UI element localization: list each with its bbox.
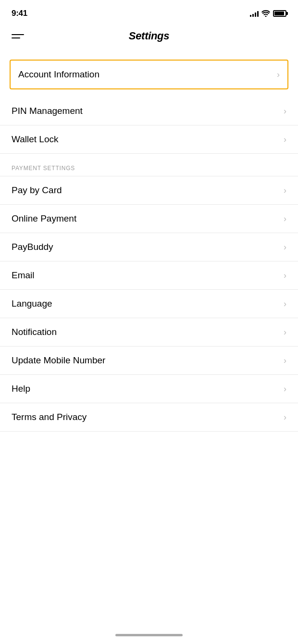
chevron-right-icon: › — [284, 135, 286, 145]
payment-item-label-3: Email — [12, 270, 35, 281]
payment-item-label-7: Help — [12, 384, 30, 394]
payment-settings-header: PAYMENT SETTINGS — [0, 154, 298, 176]
home-indicator — [115, 634, 183, 636]
menu-line-1 — [12, 34, 24, 35]
payment-item-label-5: Notification — [12, 327, 57, 337]
chevron-right-icon: › — [284, 214, 286, 224]
menu-line-2 — [12, 37, 20, 38]
payment-item-label-2: PayBuddy — [12, 242, 53, 252]
chevron-right-icon: › — [284, 242, 286, 252]
payment-item-7[interactable]: Help› — [0, 375, 298, 403]
status-icons — [250, 10, 286, 17]
signal-icon — [250, 10, 259, 17]
header: Settings — [0, 24, 298, 50]
chevron-right-icon: › — [284, 356, 286, 366]
status-bar: 9:41 — [0, 0, 298, 24]
payment-items-list: Pay by Card›Online Payment›PayBuddy›Emai… — [0, 176, 298, 432]
payment-item-6[interactable]: Update Mobile Number› — [0, 347, 298, 375]
payment-item-label-6: Update Mobile Number — [12, 355, 105, 366]
chevron-right-icon: › — [277, 70, 280, 80]
pin-management-item[interactable]: PIN Management › — [0, 97, 298, 125]
chevron-right-icon: › — [284, 412, 286, 422]
payment-item-5[interactable]: Notification› — [0, 318, 298, 347]
payment-item-label-0: Pay by Card — [12, 185, 62, 196]
chevron-right-icon: › — [284, 384, 286, 394]
account-information-label: Account Information — [18, 69, 99, 80]
wifi-icon — [261, 10, 270, 17]
chevron-right-icon: › — [284, 271, 286, 281]
payment-item-3[interactable]: Email› — [0, 261, 298, 290]
payment-item-1[interactable]: Online Payment› — [0, 205, 298, 233]
payment-item-2[interactable]: PayBuddy› — [0, 233, 298, 261]
chevron-right-icon: › — [284, 327, 286, 337]
payment-item-4[interactable]: Language› — [0, 290, 298, 318]
pin-management-label: PIN Management — [12, 106, 83, 116]
status-time: 9:41 — [12, 9, 27, 18]
payment-settings-header-label: PAYMENT SETTINGS — [12, 165, 75, 172]
chevron-right-icon: › — [284, 186, 286, 196]
chevron-right-icon: › — [284, 106, 286, 116]
payment-item-0[interactable]: Pay by Card› — [0, 176, 298, 205]
payment-item-label-1: Online Payment — [12, 213, 76, 224]
wallet-lock-label: Wallet Lock — [12, 134, 59, 145]
payment-item-label-4: Language — [12, 298, 52, 309]
page-title: Settings — [129, 30, 169, 42]
wallet-lock-item[interactable]: Wallet Lock › — [0, 125, 298, 154]
chevron-right-icon: › — [284, 299, 286, 309]
settings-list: Account Information › PIN Management › W… — [0, 50, 298, 436]
menu-button[interactable] — [12, 34, 24, 38]
battery-icon — [273, 10, 286, 17]
payment-item-8[interactable]: Terms and Privacy› — [0, 403, 298, 432]
payment-item-label-8: Terms and Privacy — [12, 412, 87, 422]
account-information-item[interactable]: Account Information › — [10, 60, 288, 89]
